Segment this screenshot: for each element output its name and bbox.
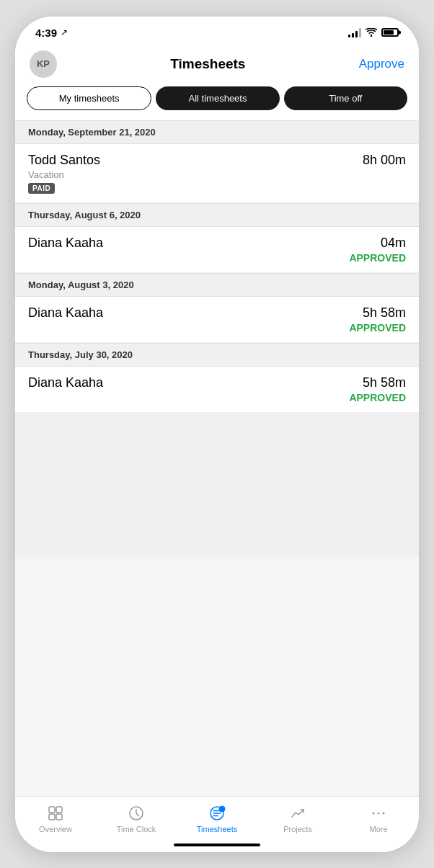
entry-name: Todd Santos <box>28 153 100 168</box>
battery-icon <box>381 28 399 37</box>
clock-icon <box>127 804 146 823</box>
tab-my-timesheets[interactable]: My timesheets <box>27 86 151 110</box>
nav-label-overview: Overview <box>39 825 72 833</box>
svg-rect-1 <box>56 807 62 813</box>
phone-container: 4:39 ↗ KP Timesheets Approve <box>15 17 419 852</box>
svg-point-9 <box>383 812 385 814</box>
nav-label-projects: Projects <box>283 825 312 833</box>
date-header-3: Monday, August 3, 2020 <box>15 273 419 297</box>
home-indicator <box>15 838 419 852</box>
header: KP Timesheets Approve <box>15 43 419 86</box>
tab-selector: My timesheets All timesheets Time off <box>15 86 419 120</box>
nav-label-timeclock: Time Clock <box>117 825 156 833</box>
table-row[interactable]: Diana Kaaha 5h 58m APPROVED <box>15 367 419 413</box>
projects-icon <box>288 804 307 823</box>
nav-item-more[interactable]: More <box>338 804 419 833</box>
content-area: Monday, September 21, 2020 Todd Santos V… <box>15 120 419 796</box>
entry-name: Diana Kaaha <box>28 305 103 321</box>
date-header-2: Thursday, August 6, 2020 <box>15 203 419 227</box>
home-bar <box>174 844 260 846</box>
nav-label-timesheets: Timesheets <box>197 825 237 833</box>
overview-icon <box>46 804 65 823</box>
page-title: Timesheets <box>170 56 245 72</box>
entry-time: 5h 58m <box>363 375 406 390</box>
table-row[interactable]: Todd Santos Vacation PAID 8h 00m <box>15 144 419 203</box>
svg-point-7 <box>373 812 375 814</box>
entry-time: 5h 58m <box>363 305 406 321</box>
table-row[interactable]: Diana Kaaha 5h 58m APPROVED <box>15 297 419 343</box>
nav-item-overview[interactable]: Overview <box>15 804 96 833</box>
entry-name: Diana Kaaha <box>28 236 103 251</box>
paid-badge: PAID <box>28 183 55 194</box>
approve-button[interactable]: Approve <box>359 57 404 71</box>
timesheets-icon <box>208 804 226 823</box>
status-bar: 4:39 ↗ <box>15 17 419 43</box>
signal-icon <box>348 28 361 37</box>
empty-area <box>15 413 419 557</box>
location-icon: ↗ <box>61 27 68 37</box>
approved-status: APPROVED <box>349 322 406 334</box>
tab-all-timesheets[interactable]: All timesheets <box>156 86 279 110</box>
entry-name: Diana Kaaha <box>28 375 103 390</box>
nav-label-more: More <box>369 825 387 833</box>
date-header-1: Monday, September 21, 2020 <box>15 120 419 144</box>
nav-item-timeclock[interactable]: Time Clock <box>96 804 177 833</box>
svg-rect-3 <box>56 814 62 820</box>
bottom-nav: Overview Time Clock <box>15 796 419 838</box>
entry-time: 04m <box>381 236 406 251</box>
tab-time-off[interactable]: Time off <box>284 86 407 110</box>
more-icon <box>369 804 388 823</box>
date-header-4: Thursday, July 30, 2020 <box>15 343 419 367</box>
avatar[interactable]: KP <box>30 50 57 78</box>
wifi-icon <box>366 28 377 37</box>
svg-rect-2 <box>49 814 55 820</box>
entry-time: 8h 00m <box>363 153 406 168</box>
approved-status: APPROVED <box>349 252 406 264</box>
svg-rect-0 <box>49 807 55 813</box>
table-row[interactable]: Diana Kaaha 04m APPROVED <box>15 227 419 273</box>
status-time: 4:39 <box>35 27 57 39</box>
nav-item-projects[interactable]: Projects <box>257 804 338 833</box>
status-icons <box>348 28 399 37</box>
approved-status: APPROVED <box>349 392 406 403</box>
nav-item-timesheets[interactable]: Timesheets <box>177 804 257 833</box>
entry-sub: Vacation <box>28 169 100 180</box>
svg-point-8 <box>378 812 380 814</box>
